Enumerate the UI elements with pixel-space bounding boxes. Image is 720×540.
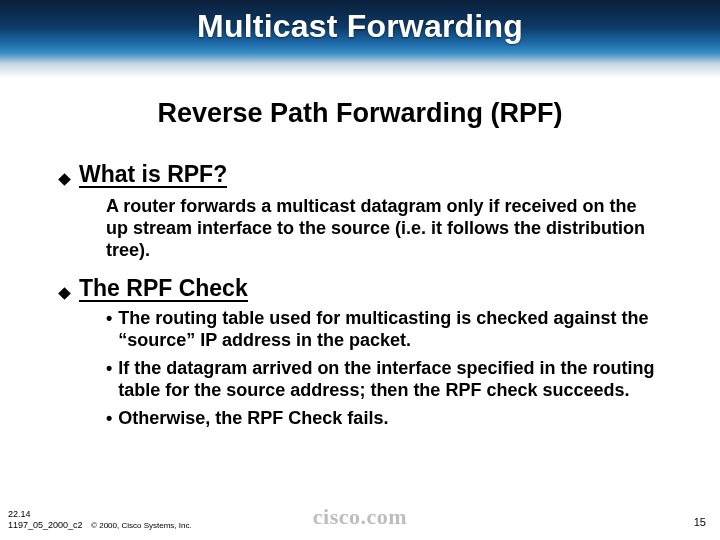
bullet-heading-text: The RPF Check <box>79 276 248 302</box>
bullet-dot-icon: • <box>106 308 112 352</box>
sub-bullet: • Otherwise, the RPF Check fails. <box>106 408 660 430</box>
diamond-icon <box>58 173 71 186</box>
sub-bullet: • If the datagram arrived on the interfa… <box>106 358 660 402</box>
diamond-icon <box>58 287 71 300</box>
slide: Multicast Forwarding Reverse Path Forwar… <box>0 0 720 540</box>
bullet-heading-text: What is RPF? <box>79 162 227 188</box>
page-number: 15 <box>694 516 706 528</box>
sub-bullet-list: • The routing table used for multicastin… <box>106 308 660 430</box>
sub-bullet: • The routing table used for multicastin… <box>106 308 660 352</box>
bullet-heading: What is RPF? <box>60 162 660 188</box>
content-area: What is RPF? A router forwards a multica… <box>60 150 660 430</box>
sub-bullet-text: Otherwise, the RPF Check fails. <box>118 408 388 430</box>
bullet-body: A router forwards a multicast datagram o… <box>106 196 660 262</box>
sub-bullet-text: The routing table used for multicasting … <box>118 308 660 352</box>
sub-bullet-text: If the datagram arrived on the interface… <box>118 358 660 402</box>
slide-subtitle: Reverse Path Forwarding (RPF) <box>0 98 720 129</box>
bullet-dot-icon: • <box>106 358 112 402</box>
title-banner: Multicast Forwarding <box>0 0 720 78</box>
bullet-heading: The RPF Check <box>60 276 660 302</box>
bullet-dot-icon: • <box>106 408 112 430</box>
footer-brand: cisco.com <box>0 504 720 530</box>
slide-title: Multicast Forwarding <box>0 8 720 45</box>
